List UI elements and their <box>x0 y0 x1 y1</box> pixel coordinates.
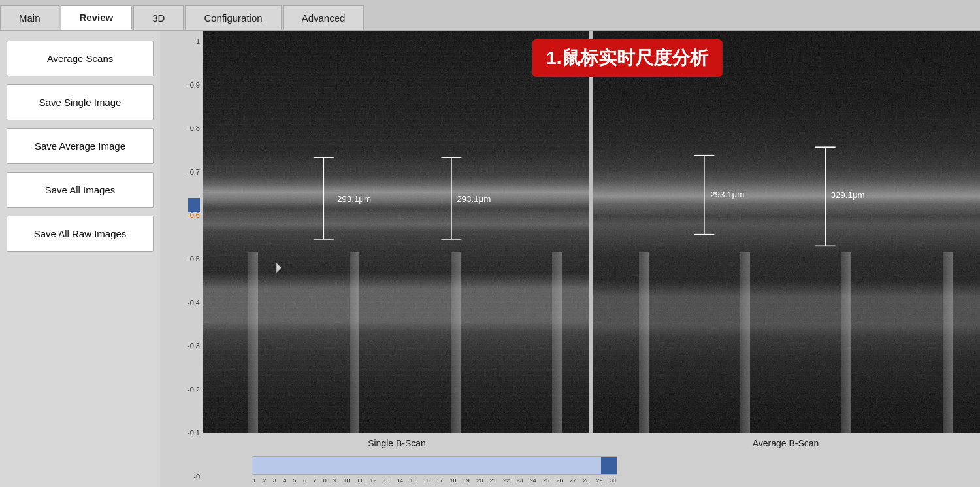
scan-area: 1.鼠标实时尺度分析 DYNAMIC RANGE BOTTOM -1 -0.9 … <box>160 31 980 487</box>
single-bscan-bars <box>203 252 589 433</box>
scale-label-08: -0.8 <box>188 125 200 132</box>
average-bscan-label: Average B-Scan <box>591 438 980 448</box>
tab-3d[interactable]: 3D <box>133 5 184 30</box>
save-single-image-button[interactable]: Save Single Image <box>7 84 154 120</box>
scale-label-1: -1 <box>193 38 200 45</box>
scale-label-07: -0.7 <box>188 169 200 176</box>
tab-main[interactable]: Main <box>0 5 59 30</box>
scale-label-09: -0.9 <box>188 82 200 89</box>
tab-bar: Main Review 3D Configuration Advanced <box>0 0 980 31</box>
average-bscan-bars <box>593 252 980 433</box>
scale-label-05: -0.5 <box>188 256 200 263</box>
tab-advanced[interactable]: Advanced <box>283 5 365 30</box>
tab-review[interactable]: Review <box>61 5 133 30</box>
average-bscan-panel[interactable]: 293.1μm 329.1μm <box>593 31 980 433</box>
scan-labels-row: Single B-Scan Average B-Scan <box>203 433 980 453</box>
vertical-scale: DYNAMIC RANGE BOTTOM -1 -0.9 -0.8 -0.7 -… <box>160 31 203 487</box>
slider-fill <box>252 457 610 474</box>
annotation-banner: 1.鼠标实时尺度分析 <box>532 39 722 77</box>
bottom-slider-row: 1234567891011121314151617181920212223242… <box>203 453 980 487</box>
slider-thumb[interactable] <box>601 457 617 474</box>
save-all-images-button[interactable]: Save All Images <box>7 172 154 208</box>
scans-images: 293.1μm 293.1μm <box>203 31 980 433</box>
scale-label-03: -0.3 <box>188 343 200 350</box>
scale-label-0: -0 <box>193 473 200 480</box>
scans-row: DYNAMIC RANGE BOTTOM -1 -0.9 -0.8 -0.7 -… <box>160 31 980 487</box>
average-bscan-image <box>593 31 980 433</box>
slider-ticks: 1234567891011121314151617181920212223242… <box>252 477 617 484</box>
single-bscan-image <box>203 31 589 433</box>
scale-label-06: -0.6 <box>188 212 200 219</box>
average-scans-button[interactable]: Average Scans <box>7 41 154 76</box>
slider-container: 1234567891011121314151617181920212223242… <box>252 456 617 484</box>
single-bscan-panel[interactable]: 293.1μm 293.1μm <box>203 31 589 433</box>
save-average-image-button[interactable]: Save Average Image <box>7 128 154 164</box>
save-all-raw-images-button[interactable]: Save All Raw Images <box>7 216 154 252</box>
scale-label-04: -0.4 <box>188 299 200 307</box>
scale-label-02: -0.2 <box>188 386 200 394</box>
tab-configuration[interactable]: Configuration <box>185 5 281 30</box>
sidebar: Average Scans Save Single Image Save Ave… <box>0 31 160 487</box>
main-content: Average Scans Save Single Image Save Ave… <box>0 31 980 487</box>
single-bscan-label: Single B-Scan <box>203 438 591 448</box>
slider-track[interactable] <box>252 456 617 475</box>
scale-label-01: -0.1 <box>188 429 200 437</box>
scale-blue-indicator <box>188 198 200 212</box>
scans-container: 293.1μm 293.1μm <box>203 31 980 487</box>
